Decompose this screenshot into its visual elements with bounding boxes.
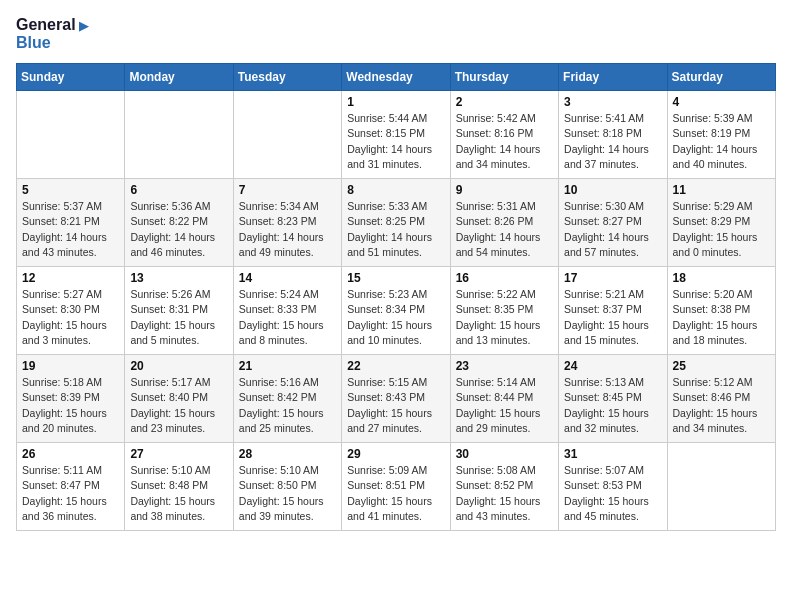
calendar-cell — [233, 91, 341, 179]
day-number: 5 — [22, 183, 119, 197]
calendar-cell: 18Sunrise: 5:20 AMSunset: 8:38 PMDayligh… — [667, 267, 775, 355]
day-info: Sunrise: 5:34 AMSunset: 8:23 PMDaylight:… — [239, 199, 336, 260]
day-info: Sunrise: 5:16 AMSunset: 8:42 PMDaylight:… — [239, 375, 336, 436]
calendar-cell: 15Sunrise: 5:23 AMSunset: 8:34 PMDayligh… — [342, 267, 450, 355]
calendar-cell: 8Sunrise: 5:33 AMSunset: 8:25 PMDaylight… — [342, 179, 450, 267]
day-info: Sunrise: 5:44 AMSunset: 8:15 PMDaylight:… — [347, 111, 444, 172]
day-number: 27 — [130, 447, 227, 461]
calendar-header: SundayMondayTuesdayWednesdayThursdayFrid… — [17, 64, 776, 91]
calendar-table: SundayMondayTuesdayWednesdayThursdayFrid… — [16, 63, 776, 531]
calendar-cell: 17Sunrise: 5:21 AMSunset: 8:37 PMDayligh… — [559, 267, 667, 355]
header-row: SundayMondayTuesdayWednesdayThursdayFrid… — [17, 64, 776, 91]
day-number: 16 — [456, 271, 553, 285]
calendar-cell — [125, 91, 233, 179]
day-number: 4 — [673, 95, 770, 109]
logo-line1: General ▶ — [16, 16, 88, 34]
day-number: 14 — [239, 271, 336, 285]
header-day: Friday — [559, 64, 667, 91]
day-number: 20 — [130, 359, 227, 373]
calendar-cell: 30Sunrise: 5:08 AMSunset: 8:52 PMDayligh… — [450, 443, 558, 531]
calendar-cell: 5Sunrise: 5:37 AMSunset: 8:21 PMDaylight… — [17, 179, 125, 267]
calendar-cell: 12Sunrise: 5:27 AMSunset: 8:30 PMDayligh… — [17, 267, 125, 355]
day-info: Sunrise: 5:10 AMSunset: 8:48 PMDaylight:… — [130, 463, 227, 524]
day-number: 29 — [347, 447, 444, 461]
day-number: 2 — [456, 95, 553, 109]
page-header: General ▶Blue — [16, 16, 776, 51]
week-row: 19Sunrise: 5:18 AMSunset: 8:39 PMDayligh… — [17, 355, 776, 443]
calendar-cell: 4Sunrise: 5:39 AMSunset: 8:19 PMDaylight… — [667, 91, 775, 179]
day-number: 10 — [564, 183, 661, 197]
calendar-cell: 7Sunrise: 5:34 AMSunset: 8:23 PMDaylight… — [233, 179, 341, 267]
day-info: Sunrise: 5:17 AMSunset: 8:40 PMDaylight:… — [130, 375, 227, 436]
day-number: 11 — [673, 183, 770, 197]
day-number: 18 — [673, 271, 770, 285]
header-day: Thursday — [450, 64, 558, 91]
day-info: Sunrise: 5:13 AMSunset: 8:45 PMDaylight:… — [564, 375, 661, 436]
calendar-body: 1Sunrise: 5:44 AMSunset: 8:15 PMDaylight… — [17, 91, 776, 531]
week-row: 12Sunrise: 5:27 AMSunset: 8:30 PMDayligh… — [17, 267, 776, 355]
week-row: 5Sunrise: 5:37 AMSunset: 8:21 PMDaylight… — [17, 179, 776, 267]
day-info: Sunrise: 5:31 AMSunset: 8:26 PMDaylight:… — [456, 199, 553, 260]
day-info: Sunrise: 5:42 AMSunset: 8:16 PMDaylight:… — [456, 111, 553, 172]
day-info: Sunrise: 5:27 AMSunset: 8:30 PMDaylight:… — [22, 287, 119, 348]
day-number: 12 — [22, 271, 119, 285]
day-info: Sunrise: 5:14 AMSunset: 8:44 PMDaylight:… — [456, 375, 553, 436]
day-number: 6 — [130, 183, 227, 197]
day-info: Sunrise: 5:41 AMSunset: 8:18 PMDaylight:… — [564, 111, 661, 172]
calendar-cell: 9Sunrise: 5:31 AMSunset: 8:26 PMDaylight… — [450, 179, 558, 267]
logo-line2: Blue — [16, 34, 88, 52]
week-row: 26Sunrise: 5:11 AMSunset: 8:47 PMDayligh… — [17, 443, 776, 531]
day-number: 26 — [22, 447, 119, 461]
calendar-cell: 26Sunrise: 5:11 AMSunset: 8:47 PMDayligh… — [17, 443, 125, 531]
calendar-cell — [667, 443, 775, 531]
day-info: Sunrise: 5:07 AMSunset: 8:53 PMDaylight:… — [564, 463, 661, 524]
day-info: Sunrise: 5:20 AMSunset: 8:38 PMDaylight:… — [673, 287, 770, 348]
day-number: 9 — [456, 183, 553, 197]
day-number: 22 — [347, 359, 444, 373]
day-info: Sunrise: 5:11 AMSunset: 8:47 PMDaylight:… — [22, 463, 119, 524]
day-number: 21 — [239, 359, 336, 373]
day-info: Sunrise: 5:24 AMSunset: 8:33 PMDaylight:… — [239, 287, 336, 348]
calendar-cell: 22Sunrise: 5:15 AMSunset: 8:43 PMDayligh… — [342, 355, 450, 443]
day-info: Sunrise: 5:22 AMSunset: 8:35 PMDaylight:… — [456, 287, 553, 348]
day-info: Sunrise: 5:26 AMSunset: 8:31 PMDaylight:… — [130, 287, 227, 348]
calendar-cell: 2Sunrise: 5:42 AMSunset: 8:16 PMDaylight… — [450, 91, 558, 179]
day-info: Sunrise: 5:30 AMSunset: 8:27 PMDaylight:… — [564, 199, 661, 260]
day-info: Sunrise: 5:29 AMSunset: 8:29 PMDaylight:… — [673, 199, 770, 260]
day-number: 25 — [673, 359, 770, 373]
calendar-cell: 10Sunrise: 5:30 AMSunset: 8:27 PMDayligh… — [559, 179, 667, 267]
day-info: Sunrise: 5:09 AMSunset: 8:51 PMDaylight:… — [347, 463, 444, 524]
header-day: Wednesday — [342, 64, 450, 91]
day-number: 23 — [456, 359, 553, 373]
calendar-cell: 21Sunrise: 5:16 AMSunset: 8:42 PMDayligh… — [233, 355, 341, 443]
calendar-cell: 1Sunrise: 5:44 AMSunset: 8:15 PMDaylight… — [342, 91, 450, 179]
day-number: 28 — [239, 447, 336, 461]
calendar-cell: 27Sunrise: 5:10 AMSunset: 8:48 PMDayligh… — [125, 443, 233, 531]
day-info: Sunrise: 5:39 AMSunset: 8:19 PMDaylight:… — [673, 111, 770, 172]
day-number: 13 — [130, 271, 227, 285]
day-info: Sunrise: 5:15 AMSunset: 8:43 PMDaylight:… — [347, 375, 444, 436]
calendar-cell: 16Sunrise: 5:22 AMSunset: 8:35 PMDayligh… — [450, 267, 558, 355]
calendar-cell: 23Sunrise: 5:14 AMSunset: 8:44 PMDayligh… — [450, 355, 558, 443]
day-info: Sunrise: 5:37 AMSunset: 8:21 PMDaylight:… — [22, 199, 119, 260]
header-day: Tuesday — [233, 64, 341, 91]
day-info: Sunrise: 5:33 AMSunset: 8:25 PMDaylight:… — [347, 199, 444, 260]
calendar-cell: 13Sunrise: 5:26 AMSunset: 8:31 PMDayligh… — [125, 267, 233, 355]
day-info: Sunrise: 5:21 AMSunset: 8:37 PMDaylight:… — [564, 287, 661, 348]
day-number: 7 — [239, 183, 336, 197]
logo: General ▶Blue — [16, 16, 88, 51]
calendar-cell — [17, 91, 125, 179]
day-number: 17 — [564, 271, 661, 285]
day-info: Sunrise: 5:10 AMSunset: 8:50 PMDaylight:… — [239, 463, 336, 524]
calendar-cell: 29Sunrise: 5:09 AMSunset: 8:51 PMDayligh… — [342, 443, 450, 531]
day-number: 30 — [456, 447, 553, 461]
calendar-cell: 28Sunrise: 5:10 AMSunset: 8:50 PMDayligh… — [233, 443, 341, 531]
week-row: 1Sunrise: 5:44 AMSunset: 8:15 PMDaylight… — [17, 91, 776, 179]
calendar-cell: 25Sunrise: 5:12 AMSunset: 8:46 PMDayligh… — [667, 355, 775, 443]
day-number: 31 — [564, 447, 661, 461]
day-number: 24 — [564, 359, 661, 373]
calendar-cell: 24Sunrise: 5:13 AMSunset: 8:45 PMDayligh… — [559, 355, 667, 443]
header-day: Monday — [125, 64, 233, 91]
calendar-cell: 11Sunrise: 5:29 AMSunset: 8:29 PMDayligh… — [667, 179, 775, 267]
day-info: Sunrise: 5:23 AMSunset: 8:34 PMDaylight:… — [347, 287, 444, 348]
